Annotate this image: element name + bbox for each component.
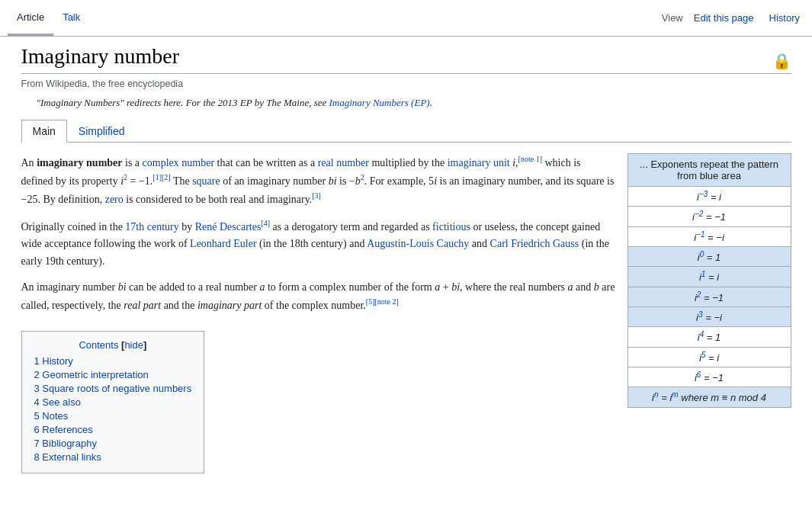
link-real-number[interactable]: real number <box>318 157 369 168</box>
view-label: View <box>662 12 683 24</box>
paragraph-3: An imaginary number bi can be added to a… <box>21 279 615 314</box>
table-row: i5 = i <box>627 347 791 367</box>
table-row-highlight: i3 = −i <box>627 306 791 326</box>
contents-item-2[interactable]: 2 Geometric interpretation <box>34 369 192 380</box>
tab-article[interactable]: Article <box>8 0 53 36</box>
table-cell: i−3 = i <box>627 187 791 207</box>
link-gauss[interactable]: Carl Friedrich Gauss <box>490 238 579 249</box>
exponent-table: ... Exponents repeat the pattern from bl… <box>627 153 791 408</box>
table-cell: i4 = 1 <box>627 327 791 347</box>
table-row-highlight: i1 = i <box>627 267 791 287</box>
table-header: ... Exponents repeat the pattern from bl… <box>627 154 791 187</box>
contents-item-4[interactable]: 4 See also <box>34 396 192 408</box>
table-row-highlight: i0 = 1 <box>627 246 791 266</box>
contents-link-references[interactable]: References <box>42 424 92 435</box>
contents-item-7[interactable]: 7 Bibliography <box>34 438 192 449</box>
table-cell: i6 = −1 <box>627 367 791 387</box>
contents-link-see-also[interactable]: See also <box>42 396 81 408</box>
link-imaginary-unit[interactable]: imaginary unit <box>448 157 510 168</box>
contents-item-6[interactable]: 6 References <box>34 424 192 435</box>
ref-3[interactable]: [3] <box>312 191 321 200</box>
table-row: i−2 = −1 <box>627 207 791 226</box>
paragraph-2: Originally coined in the 17th century by… <box>21 217 615 270</box>
tab-simplified[interactable]: Simplified <box>67 120 136 143</box>
contents-list: 1 History 2 Geometric interpretation 3 S… <box>34 355 192 463</box>
contents-item-8[interactable]: 8 External links <box>34 451 192 463</box>
contents-title: Contents [hide] <box>34 339 192 351</box>
lock-icon: 🔒 <box>772 52 791 70</box>
link-square[interactable]: square <box>192 175 220 187</box>
link-cauchy[interactable]: Augustin-Louis Cauchy <box>367 238 469 249</box>
article-text: An imaginary number is a complex number … <box>21 153 615 473</box>
link-17th-century[interactable]: 17th century <box>125 221 178 233</box>
note1-ref[interactable]: [note 1] <box>518 155 542 163</box>
table-cell: i−2 = −1 <box>627 207 791 226</box>
table-cell: i0 = 1 <box>627 246 791 266</box>
contents-item-3[interactable]: 3 Square roots of negative numbers <box>34 383 192 394</box>
history-link[interactable]: History <box>765 12 804 24</box>
content-tabs: Main Simplified <box>21 120 791 143</box>
contents-item-5[interactable]: 5 Notes <box>34 410 192 422</box>
link-zero[interactable]: zero <box>105 194 124 205</box>
tab-main[interactable]: Main <box>21 120 67 143</box>
redirect-link[interactable]: Imaginary Numbers (EP) <box>329 97 430 108</box>
ref-4[interactable]: [4] <box>261 219 270 227</box>
hide-link[interactable]: hide <box>124 339 143 351</box>
contents-box: Contents [hide] 1 History 2 Geometric in… <box>21 331 205 473</box>
contents-link-bibliography[interactable]: Bibliography <box>42 438 97 449</box>
page-content: Imaginary number 🔒 From Wikipedia, the f… <box>6 37 807 481</box>
link-complex-number[interactable]: complex number <box>143 157 214 168</box>
table-row-formula: in = im where m ≡ n mod 4 <box>627 387 791 407</box>
table-row-highlight: i2 = −1 <box>627 287 791 306</box>
table-cell: i2 = −1 <box>627 287 791 306</box>
table-row: i−1 = −i <box>627 226 791 246</box>
redirect-note: "Imaginary Numbers" redirects here. For … <box>21 97 791 109</box>
table-cell: i3 = −i <box>627 306 791 326</box>
contents-link-square-roots[interactable]: Square roots of negative numbers <box>42 383 191 394</box>
table-cell-formula: in = im where m ≡ n mod 4 <box>627 387 791 407</box>
table-cell: i−1 = −i <box>627 226 791 246</box>
title-row: Imaginary number 🔒 <box>21 44 791 74</box>
link-fictitious[interactable]: fictitious <box>432 221 470 233</box>
table-row: i6 = −1 <box>627 367 791 387</box>
contents-link-external[interactable]: External links <box>42 451 101 463</box>
table-row: i4 = 1 <box>627 327 791 347</box>
article-tabs: Article Talk <box>8 0 89 36</box>
from-wikipedia: From Wikipedia, the free encyclopedia <box>21 79 791 89</box>
ref-1[interactable]: [1][2] <box>152 173 170 181</box>
ref-5[interactable]: [5][note 2] <box>366 297 399 306</box>
top-navigation-bar: Article Talk View Edit this page History <box>0 0 812 37</box>
link-euler[interactable]: Leonhard Euler <box>190 238 256 249</box>
contents-link-notes[interactable]: Notes <box>42 410 68 422</box>
contents-item-1[interactable]: 1 History <box>34 355 192 367</box>
contents-link-history[interactable]: History <box>42 355 72 367</box>
page-title: Imaginary number <box>21 44 180 69</box>
link-descartes[interactable]: René Descartes <box>195 221 262 233</box>
action-links: View Edit this page History <box>662 0 804 36</box>
table-row: i−3 = i <box>627 187 791 207</box>
main-content-area: An imaginary number is a complex number … <box>21 153 791 473</box>
contents-link-geometric[interactable]: Geometric interpretation <box>42 369 148 380</box>
table-cell: i5 = i <box>627 347 791 367</box>
tab-talk[interactable]: Talk <box>53 0 89 36</box>
paragraph-1: An imaginary number is a complex number … <box>21 153 615 208</box>
edit-page-link[interactable]: Edit this page <box>689 12 759 24</box>
table-cell: i1 = i <box>627 267 791 287</box>
